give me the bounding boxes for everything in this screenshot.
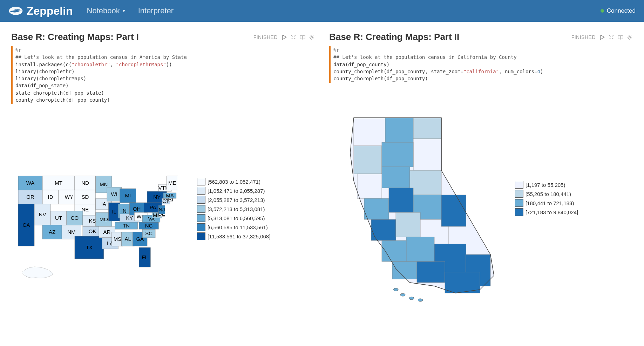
- connection-status: Connected: [601, 7, 636, 14]
- legend-item: [562,803 to 1,052,471): [197, 178, 270, 185]
- paragraph-2: Base R: Creating Maps: Part II FINISHED …: [322, 29, 640, 318]
- legend-swatch: [197, 232, 205, 240]
- ca-county-7: [410, 170, 441, 195]
- ca-county-13: [396, 212, 420, 237]
- legend-label: [721,183 to 9,840,024]: [526, 209, 578, 215]
- collapse-icon[interactable]: [608, 34, 615, 40]
- nav-notebook-label: Notebook: [87, 6, 120, 15]
- state-label-AL: AL: [125, 236, 131, 242]
- ca-island-1: [400, 293, 405, 296]
- legend-swatch: [197, 187, 205, 195]
- paragraph-status: FINISHED: [253, 34, 278, 40]
- book-icon[interactable]: [617, 34, 624, 40]
- state-label-WY: WY: [65, 194, 73, 200]
- ca-choropleth-map: [329, 111, 504, 314]
- ca-county-5: [382, 142, 413, 167]
- nav-interpreter-label: Interpreter: [138, 6, 174, 15]
- legend-item: [2,055,287 to 3,572,213): [197, 196, 270, 204]
- state-label-KY: KY: [126, 215, 133, 221]
- state-label-CA: CA: [23, 222, 30, 228]
- state-label-AZ: AZ: [49, 229, 55, 235]
- state-label-FL: FL: [142, 254, 148, 260]
- state-label-PA: PA: [150, 204, 156, 210]
- state-AK: [22, 267, 53, 278]
- legend-label: [11,533,561 to 37,325,068]: [208, 233, 270, 239]
- us-map-output: WAORCAIDNVMTWYUTAZNDSDNECONMKSOKTXMNIAMO…: [11, 167, 315, 288]
- gear-icon[interactable]: [626, 34, 633, 40]
- ca-map-legend: [1,197 to 55,205)[55,205 to 180,441)[180…: [515, 181, 578, 216]
- paragraph-1: Base R: Creating Maps: Part I FINISHED %…: [4, 29, 322, 318]
- state-label-TX: TX: [86, 244, 93, 250]
- legend-swatch: [515, 181, 523, 189]
- run-icon[interactable]: [599, 34, 605, 40]
- ca-county-10: [389, 188, 413, 212]
- ca-county-9: [364, 198, 389, 219]
- collapse-icon[interactable]: [290, 34, 297, 40]
- legend-label: [5,313,081 to 6,560,595): [208, 215, 265, 221]
- state-label-MI: MI: [125, 192, 131, 198]
- book-icon[interactable]: [299, 34, 306, 40]
- ca-county-22: [445, 272, 480, 293]
- ca-county-4: [354, 146, 382, 174]
- paragraph-title[interactable]: Base R: Creating Maps: Part I: [11, 32, 253, 42]
- state-label-OK: OK: [89, 228, 96, 234]
- legend-swatch: [197, 223, 205, 231]
- run-icon[interactable]: [281, 34, 287, 40]
- state-label-WA: WA: [26, 180, 35, 186]
- legend-item: [6,560,595 to 11,533,561): [197, 223, 270, 231]
- state-label-MO: MO: [100, 216, 108, 222]
- zeppelin-logo-icon: [8, 4, 23, 18]
- state-label-OH: OH: [133, 206, 141, 212]
- state-label-KS: KS: [89, 218, 96, 224]
- nav-interpreter[interactable]: Interpreter: [138, 6, 174, 15]
- legend-item: [1,052,471 to 2,055,287): [197, 187, 270, 195]
- legend-label: [55,205 to 180,441): [526, 191, 571, 197]
- state-label-IA: IA: [101, 201, 106, 207]
- state-label-ID: ID: [48, 194, 53, 200]
- us-map-legend: [562,803 to 1,052,471)[1,052,471 to 2,05…: [197, 178, 270, 240]
- paragraph-title[interactable]: Base R: Creating Maps: Part II: [329, 32, 571, 42]
- ca-island-0: [393, 288, 398, 291]
- state-label-AR: AR: [103, 229, 111, 235]
- brand[interactable]: Zeppelin: [8, 4, 73, 18]
- state-label-WI: WI: [111, 191, 117, 197]
- state-label-TN: TN: [123, 223, 130, 229]
- state-label-ME: ME: [168, 180, 176, 186]
- legend-swatch: [515, 208, 523, 216]
- state-label-NC: NC: [145, 223, 153, 229]
- state-label-IL: IL: [112, 209, 116, 215]
- ca-county-17: [406, 237, 434, 262]
- legend-swatch: [515, 199, 523, 207]
- legend-item: [180,441 to 721,183): [515, 199, 578, 207]
- paragraph-status: FINISHED: [571, 34, 596, 40]
- legend-item: [5,313,081 to 6,560,595): [197, 214, 270, 222]
- ca-county-8: [357, 174, 382, 198]
- code-editor[interactable]: %r ## Let's look at the population censu…: [11, 46, 315, 104]
- ca-county-15: [441, 195, 466, 226]
- legend-label: [562,803 to 1,052,471): [208, 179, 260, 185]
- ca-island-2: [409, 297, 414, 300]
- code-editor[interactable]: %r ## Let's look at the population censu…: [329, 46, 633, 83]
- ca-county-3: [413, 139, 441, 170]
- legend-label: [1,197 to 55,205): [526, 182, 565, 188]
- ca-county-21: [417, 262, 445, 283]
- legend-label: [2,055,287 to 3,572,213): [208, 197, 265, 203]
- legend-item: [1,197 to 55,205): [515, 181, 578, 189]
- ca-island-3: [418, 299, 423, 301]
- state-label-CO: CO: [71, 215, 79, 221]
- connected-dot-icon: [601, 9, 604, 13]
- legend-swatch: [197, 214, 205, 222]
- gear-icon[interactable]: [309, 34, 315, 40]
- legend-item: [11,533,561 to 37,325,068]: [197, 232, 270, 240]
- state-label-NV: NV: [39, 211, 46, 217]
- legend-swatch: [197, 205, 205, 213]
- state-label-NJ: NJ: [158, 206, 165, 212]
- us-choropleth-map: WAORCAIDNVMTWYUTAZNDSDNECONMKSOKTXMNIAMO…: [11, 174, 187, 286]
- ca-map-output: [1,197 to 55,205)[55,205 to 180,441)[180…: [329, 104, 633, 316]
- legend-item: [55,205 to 180,441): [515, 190, 578, 198]
- notebook: Base R: Creating Maps: Part I FINISHED %…: [0, 22, 644, 325]
- svg-point-1: [311, 36, 313, 38]
- legend-swatch: [197, 196, 205, 204]
- ca-county-2: [413, 118, 441, 139]
- nav-notebook[interactable]: Notebook ▼: [87, 6, 126, 15]
